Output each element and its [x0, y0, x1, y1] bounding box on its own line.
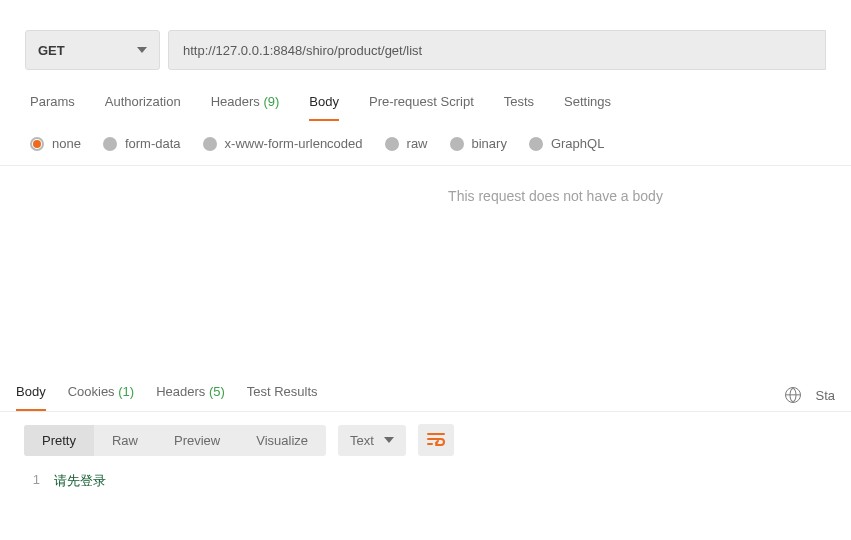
url-input[interactable]: http://127.0.0.1:8848/shiro/product/get/…: [168, 30, 826, 70]
tab-headers-label: Headers: [211, 94, 260, 109]
view-preview-button[interactable]: Preview: [156, 425, 238, 456]
tab-headers[interactable]: Headers (9): [211, 86, 280, 121]
view-mode-group: Pretty Raw Preview Visualize: [24, 425, 326, 456]
body-type-urlencoded-label: x-www-form-urlencoded: [225, 136, 363, 151]
body-type-urlencoded[interactable]: x-www-form-urlencoded: [203, 136, 363, 151]
line-content: 请先登录: [54, 472, 106, 490]
tab-headers-count: (9): [263, 94, 279, 109]
body-type-graphql[interactable]: GraphQL: [529, 136, 604, 151]
status-label: Sta: [815, 388, 835, 403]
body-type-none-label: none: [52, 136, 81, 151]
globe-icon[interactable]: [785, 387, 801, 403]
response-toolbar: Pretty Raw Preview Visualize Text: [0, 412, 851, 468]
body-type-row: none form-data x-www-form-urlencoded raw…: [0, 122, 851, 166]
url-text: http://127.0.0.1:8848/shiro/product/get/…: [183, 43, 422, 58]
response-tab-body[interactable]: Body: [16, 374, 46, 411]
body-type-form-data-label: form-data: [125, 136, 181, 151]
line-number: 1: [24, 472, 54, 490]
body-type-form-data[interactable]: form-data: [103, 136, 181, 151]
response-tab-cookies[interactable]: Cookies (1): [68, 374, 134, 411]
method-select[interactable]: GET: [25, 30, 160, 70]
format-label: Text: [350, 433, 374, 448]
tab-settings[interactable]: Settings: [564, 86, 611, 121]
chevron-down-icon: [137, 47, 147, 53]
body-type-raw-label: raw: [407, 136, 428, 151]
view-raw-button[interactable]: Raw: [94, 425, 156, 456]
body-type-binary-label: binary: [472, 136, 507, 151]
tab-authorization[interactable]: Authorization: [105, 86, 181, 121]
tab-body[interactable]: Body: [309, 86, 339, 121]
radio-icon: [203, 137, 217, 151]
body-spacer: [0, 204, 851, 374]
response-tab-cookies-label: Cookies: [68, 384, 115, 399]
tab-prerequest[interactable]: Pre-request Script: [369, 86, 474, 121]
response-body: 1 请先登录: [0, 468, 851, 494]
response-tab-headers-label: Headers: [156, 384, 205, 399]
body-type-raw[interactable]: raw: [385, 136, 428, 151]
view-visualize-button[interactable]: Visualize: [238, 425, 326, 456]
response-tab-headers-count: (5): [209, 384, 225, 399]
response-tab-cookies-count: (1): [118, 384, 134, 399]
format-select[interactable]: Text: [338, 425, 406, 456]
chevron-down-icon: [384, 437, 394, 443]
response-status-area: Sta: [785, 387, 835, 411]
tab-params[interactable]: Params: [30, 86, 75, 121]
radio-icon: [450, 137, 464, 151]
radio-icon: [529, 137, 543, 151]
tab-tests[interactable]: Tests: [504, 86, 534, 121]
radio-icon: [103, 137, 117, 151]
body-type-none[interactable]: none: [30, 136, 81, 151]
wrap-lines-button[interactable]: [418, 424, 454, 456]
response-header: Body Cookies (1) Headers (5) Test Result…: [0, 374, 851, 412]
radio-icon: [385, 137, 399, 151]
response-tab-headers[interactable]: Headers (5): [156, 374, 225, 411]
request-row: GET http://127.0.0.1:8848/shiro/product/…: [0, 0, 851, 86]
body-type-graphql-label: GraphQL: [551, 136, 604, 151]
response-tabs: Body Cookies (1) Headers (5) Test Result…: [16, 374, 318, 411]
method-label: GET: [38, 43, 65, 58]
wrap-icon: [427, 432, 445, 449]
no-body-message: This request does not have a body: [260, 166, 851, 204]
body-type-binary[interactable]: binary: [450, 136, 507, 151]
radio-icon: [30, 137, 44, 151]
view-pretty-button[interactable]: Pretty: [24, 425, 94, 456]
response-tab-test-results[interactable]: Test Results: [247, 374, 318, 411]
request-tabs: Params Authorization Headers (9) Body Pr…: [0, 86, 851, 122]
